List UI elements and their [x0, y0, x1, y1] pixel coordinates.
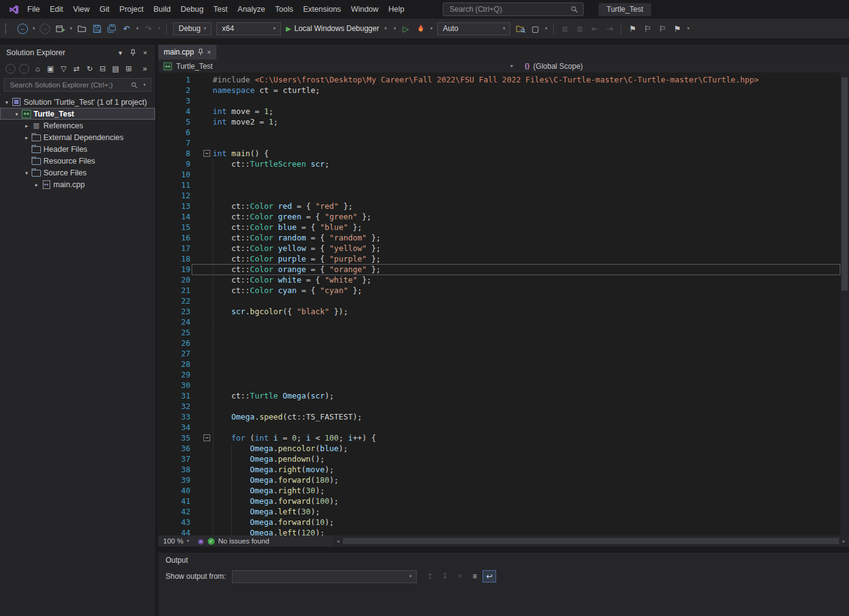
menu-edit[interactable]: Edit	[45, 0, 68, 19]
menu-test[interactable]: Test	[208, 0, 233, 19]
bookmarks-window-icon[interactable]: ⚑	[670, 22, 684, 35]
code-line-9[interactable]: 9ct::TurtleScreen scr;	[158, 159, 849, 169]
line-number[interactable]: 34	[158, 422, 190, 433]
properties-icon[interactable]: ⊞	[122, 63, 135, 75]
fold-margin[interactable]: −	[190, 433, 213, 443]
show-all-files-icon[interactable]: ▤	[109, 63, 122, 75]
tree-item-turtle-test[interactable]: ▾++Turtle_Test	[0, 108, 155, 120]
solution-explorer-search-box[interactable]: ▾	[4, 78, 151, 92]
code-line-21[interactable]: 21ct::Color cyan = { "cyan" };	[158, 285, 849, 296]
code-line-27[interactable]: 27	[158, 348, 849, 359]
code-line-7[interactable]: 7	[158, 138, 849, 148]
line-number[interactable]: 3	[158, 95, 190, 106]
panel-splitter-horizontal[interactable]	[158, 547, 849, 553]
tree-item-main-cpp[interactable]: ▸++main.cpp	[0, 178, 155, 190]
sync-with-active-document-icon[interactable]: ⇄	[70, 63, 83, 75]
menu-debug[interactable]: Debug	[176, 0, 208, 19]
tree-item-header-files[interactable]: Header Files	[0, 143, 155, 155]
undo-dropdown[interactable]: ▾	[134, 26, 141, 31]
line-number[interactable]: 41	[158, 496, 190, 506]
code-line-44[interactable]: 44Omega.left(120);	[158, 527, 849, 535]
next-bookmark-icon[interactable]: ⚐	[656, 22, 669, 35]
code-line-29[interactable]: 29	[158, 369, 849, 380]
expander-icon[interactable]: ▾	[22, 170, 31, 176]
code-line-28[interactable]: 28	[158, 359, 849, 369]
close-icon[interactable]: ×	[207, 48, 211, 56]
code-line-15[interactable]: 15ct::Color blue = { "blue" };	[158, 222, 849, 232]
line-number[interactable]: 11	[158, 180, 190, 190]
messages-list-icon[interactable]: ≡	[468, 570, 481, 583]
search-icon[interactable]	[127, 82, 141, 89]
line-number[interactable]: 5	[158, 117, 190, 127]
code-health-icon[interactable]: ◉	[198, 537, 204, 545]
line-number[interactable]: 23	[158, 306, 190, 317]
scroll-right-arrow-icon[interactable]: ▸	[840, 538, 848, 544]
line-number[interactable]: 8	[158, 148, 190, 159]
line-number[interactable]: 26	[158, 338, 190, 348]
code-line-2[interactable]: 2namespace ct = cturtle;	[158, 85, 849, 95]
search-input[interactable]	[448, 4, 567, 14]
line-number[interactable]: 44	[158, 527, 190, 535]
toolbar-drag-handle[interactable]	[5, 24, 10, 33]
line-number[interactable]: 30	[158, 380, 190, 390]
code-editor[interactable]: 1#include <C:\Users\frost\Desktop\My Car…	[158, 73, 849, 535]
issues-status-text[interactable]: No issues found	[218, 537, 269, 545]
code-line-34[interactable]: 34	[158, 422, 849, 433]
line-number[interactable]: 33	[158, 411, 190, 422]
overflow-icon[interactable]: »	[138, 63, 151, 75]
output-source-dropdown[interactable]: ▾	[232, 570, 417, 583]
solution-platforms-dropdown[interactable]: x64▾	[216, 22, 281, 35]
vertical-scrollbar[interactable]	[840, 73, 849, 535]
line-number[interactable]: 25	[158, 327, 190, 338]
code-line-11[interactable]: 11	[158, 180, 849, 190]
code-line-37[interactable]: 37Omega.pendown();	[158, 454, 849, 464]
code-line-24[interactable]: 24	[158, 317, 849, 327]
hot-reload-icon[interactable]	[414, 22, 427, 35]
window-position-icon[interactable]: ▾	[114, 49, 127, 57]
save-all-icon[interactable]	[105, 22, 118, 35]
search-options-caret-icon[interactable]: ▾	[141, 82, 148, 87]
line-number[interactable]: 1	[158, 74, 190, 85]
scroll-left-arrow-icon[interactable]: ◂	[334, 538, 342, 544]
start-without-debugging-icon[interactable]: ▷	[399, 22, 412, 35]
menu-tools[interactable]: Tools	[270, 0, 298, 19]
line-number[interactable]: 42	[158, 506, 190, 517]
code-line-10[interactable]: 10	[158, 169, 849, 180]
fold-toggle-icon[interactable]: −	[203, 434, 210, 441]
menu-help[interactable]: Help	[383, 0, 409, 19]
code-line-25[interactable]: 25	[158, 327, 849, 338]
line-number[interactable]: 16	[158, 232, 190, 243]
expander-icon[interactable]: ▸	[32, 182, 41, 188]
chevron-down-icon[interactable]: ▾	[510, 63, 513, 69]
code-line-5[interactable]: 5int move2 = 1;	[158, 117, 849, 127]
line-number[interactable]: 10	[158, 169, 190, 180]
code-line-33[interactable]: 33Omega.speed(ct::TS_FASTEST);	[158, 411, 849, 422]
code-line-20[interactable]: 20ct::Color white = { "white" };	[158, 275, 849, 285]
code-line-18[interactable]: 18ct::Color purple = { "purple" };	[158, 253, 849, 264]
tab-main-cpp[interactable]: main.cpp ×	[158, 45, 216, 59]
code-line-19[interactable]: 19ct::Color orange = { "orange" };	[158, 264, 849, 275]
line-number[interactable]: 31	[158, 390, 190, 401]
home-icon[interactable]: ⌂	[31, 63, 44, 75]
breadcrumb-scope-dropdown[interactable]: {} (Global Scope)	[518, 62, 849, 71]
pin-icon[interactable]	[198, 48, 203, 56]
code-line-4[interactable]: 4int move = 1;	[158, 106, 849, 117]
line-number[interactable]: 28	[158, 359, 190, 369]
quick-search-box[interactable]	[443, 2, 584, 16]
code-line-16[interactable]: 16ct::Color random = { "random" };	[158, 232, 849, 243]
solution-explorer-search-input[interactable]	[9, 81, 127, 89]
previous-bookmark-icon[interactable]: ⚐	[641, 22, 654, 35]
pending-changes-filter-icon[interactable]: ▽	[57, 63, 70, 75]
line-number[interactable]: 40	[158, 485, 190, 496]
chevron-down-icon[interactable]: ▾	[187, 539, 190, 543]
code-line-3[interactable]: 3	[158, 95, 849, 106]
line-number[interactable]: 32	[158, 401, 190, 411]
menu-analyze[interactable]: Analyze	[233, 0, 270, 19]
close-icon[interactable]: ×	[139, 49, 151, 57]
line-number[interactable]: 12	[158, 190, 190, 201]
solution-configurations-dropdown[interactable]: Debug▾	[173, 22, 211, 35]
expander-icon[interactable]: ▸	[22, 134, 31, 141]
line-number[interactable]: 9	[158, 159, 190, 169]
line-number[interactable]: 21	[158, 285, 190, 296]
menu-git[interactable]: Git	[95, 0, 115, 19]
